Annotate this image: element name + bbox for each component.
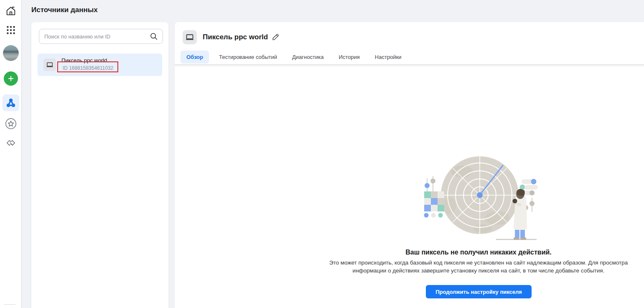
edit-pencil-icon[interactable] (271, 33, 280, 41)
search-input[interactable] (39, 29, 149, 43)
favorites-icon[interactable] (3, 115, 19, 132)
tab-diagnostics[interactable]: Диагностика (292, 51, 323, 64)
continue-setup-button[interactable]: Продолжить настройку пикселя (426, 285, 532, 298)
source-name: Пиксель ppc world (61, 57, 107, 64)
tabs-shadow (175, 65, 644, 67)
empty-state-title: Ваш пиксель не получил никаких действий. (328, 249, 629, 256)
pixel-laptop-icon (43, 59, 56, 71)
page-title: Источники данных (31, 6, 98, 14)
search-box (39, 29, 163, 44)
tab-history[interactable]: История (339, 51, 359, 64)
plus-icon (4, 71, 18, 86)
pixel-tabs: Обзор Тестирование событий Диагностика И… (181, 50, 417, 64)
source-id: ID 1688158354611032 (63, 65, 113, 71)
home-icon[interactable] (3, 3, 19, 19)
apps-grid-icon[interactable] (3, 22, 19, 38)
pixel-header: Пиксель ppc world (183, 30, 280, 44)
sources-panel: Пиксель ppc world ID 1688158354611032 (31, 22, 168, 308)
source-list-item-pixel[interactable]: Пиксель ppc world ID 1688158354611032 (38, 53, 162, 76)
avatar-image (3, 45, 19, 61)
search-icon[interactable] (149, 32, 158, 41)
empty-state-illustration (420, 155, 541, 244)
left-nav (0, 0, 22, 308)
empty-state-description: Это может происходить, когда базовый код… (328, 259, 629, 275)
business-avatar[interactable] (3, 45, 19, 61)
events-manager-app: Источники данных Пиксель ppc world ID 16… (0, 0, 644, 308)
pixel-laptop-icon-large (183, 30, 197, 44)
partners-handshake-icon[interactable] (3, 135, 19, 151)
tab-test-events[interactable]: Тестирование событий (219, 51, 277, 64)
events-manager-icon (6, 98, 16, 108)
sidebar-item-events-manager[interactable] (3, 94, 19, 111)
tab-overview[interactable]: Обзор (181, 51, 209, 64)
create-button[interactable] (3, 70, 19, 87)
pixel-title: Пиксель ppc world (203, 33, 268, 41)
tab-settings[interactable]: Настройки (375, 51, 402, 64)
nav-divider (4, 304, 15, 305)
main-card: Пиксель ppc world Обзор Тестирование соб… (175, 22, 644, 308)
